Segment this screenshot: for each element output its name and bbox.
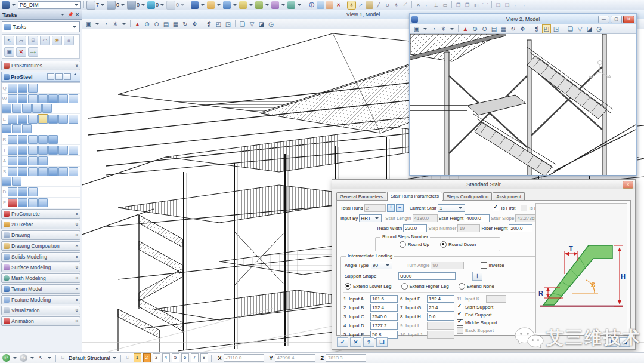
locks-icon[interactable]: ⌸ xyxy=(59,354,67,362)
view-attributes-icon[interactable]: ▣ xyxy=(85,20,92,28)
splice-tool-icon[interactable] xyxy=(48,135,58,144)
circle-icon[interactable]: ⊙ xyxy=(383,1,391,9)
gusset-tool-icon[interactable] xyxy=(38,135,48,144)
clip-mask-icon[interactable]: ◪ xyxy=(258,20,265,28)
dimension-task-icon[interactable]: ⌗ xyxy=(64,36,74,45)
rotate-icon[interactable]: ❏ xyxy=(494,1,502,9)
delete-element-icon[interactable]: ✕ xyxy=(335,1,342,9)
section-animation[interactable]: Animation» xyxy=(1,316,80,326)
notch-tool-icon[interactable] xyxy=(69,146,78,155)
start-support-checkbox[interactable] xyxy=(457,304,463,310)
zoom-in-icon[interactable]: ⊕ xyxy=(143,20,151,28)
support-shape-field[interactable] xyxy=(398,272,456,280)
line-style-combo[interactable]: 0 xyxy=(127,1,146,10)
miter-tool-icon[interactable] xyxy=(48,167,58,176)
input-f-field[interactable] xyxy=(427,295,454,303)
extend-lower-radio[interactable] xyxy=(345,283,351,290)
column-tool-icon[interactable] xyxy=(18,94,27,103)
walk-icon[interactable]: ❡ xyxy=(533,25,541,33)
copy-view-icon[interactable]: ❏ xyxy=(566,25,574,33)
fit-view-icon[interactable]: ▦ xyxy=(500,25,507,33)
chevron-down-icon[interactable] xyxy=(30,357,34,359)
cleat-tool-icon[interactable] xyxy=(18,135,27,144)
place-shape-task-icon[interactable]: ⌸ xyxy=(28,36,38,45)
tasks-combo[interactable]: Tasks xyxy=(2,21,80,32)
ibeam-tool-icon[interactable] xyxy=(22,104,32,113)
chevron-down-icon[interactable] xyxy=(122,23,126,25)
input-i-field[interactable] xyxy=(427,322,454,330)
remove-run-button[interactable]: − xyxy=(396,204,404,212)
group-tool-icon[interactable] xyxy=(8,156,17,165)
mesh-tool-icon[interactable] xyxy=(12,124,21,133)
divide-tool-icon[interactable] xyxy=(28,167,38,176)
stair-height-field[interactable] xyxy=(465,214,490,222)
adjust-view-icon[interactable]: ▲ xyxy=(134,20,141,28)
shear-stud-tool-icon[interactable] xyxy=(48,146,58,155)
back-history-icon[interactable]: ↩ xyxy=(2,354,10,362)
zoom-in-icon[interactable]: ⊕ xyxy=(471,25,479,33)
warning-button[interactable]: ! xyxy=(606,337,617,347)
merge-tool-icon[interactable] xyxy=(12,177,21,186)
cancel-button[interactable]: ✕ xyxy=(350,337,361,347)
shorten-tool-icon[interactable] xyxy=(18,167,27,176)
model-icon[interactable] xyxy=(2,1,10,9)
chevron-down-icon[interactable] xyxy=(48,357,51,359)
class-combo[interactable]: 0 xyxy=(166,1,185,10)
profile-tool-icon[interactable] xyxy=(28,84,38,93)
dropdown-arrow-icon[interactable] xyxy=(12,4,16,6)
section-prosteel[interactable]: ProSteel xyxy=(1,72,80,82)
info-icon[interactable]: ⓘ xyxy=(308,1,315,9)
cope-tool-icon[interactable] xyxy=(38,167,48,176)
section-drawing-composition[interactable]: Drawing Composition» xyxy=(1,241,80,251)
view-attributes-icon[interactable]: ▣ xyxy=(413,25,420,33)
section-2d-rebar[interactable]: 2D Rebar» xyxy=(1,220,80,229)
snap-mode-icon[interactable]: ↖ xyxy=(37,354,45,362)
input-g-field[interactable] xyxy=(427,304,454,312)
baseplate-tool-icon[interactable] xyxy=(28,135,38,144)
pin-icon[interactable]: 📌 xyxy=(67,12,73,17)
view-toggle-6[interactable]: 6 xyxy=(181,353,189,362)
color-combo[interactable]: 0 xyxy=(107,1,126,10)
add-run-button[interactable]: + xyxy=(387,204,395,212)
dstv-tool-icon[interactable] xyxy=(18,187,27,196)
section-feature-modeling[interactable]: Feature Modeling» xyxy=(1,295,80,304)
export-tool-icon[interactable] xyxy=(28,187,38,196)
chevron-down-icon[interactable] xyxy=(281,4,285,6)
pan-view-icon[interactable]: ✥ xyxy=(191,20,199,28)
ok-button[interactable]: ✓ xyxy=(337,337,348,347)
view-toggle-7[interactable]: 7 xyxy=(191,353,199,362)
close-icon[interactable]: x xyxy=(623,181,633,189)
modify-icon[interactable]: ⟋ xyxy=(401,1,409,9)
input-d-field[interactable] xyxy=(370,322,398,330)
chevron-down-icon[interactable] xyxy=(298,4,301,6)
handrail-tool-icon[interactable] xyxy=(58,115,68,124)
chevron-down-icon[interactable] xyxy=(95,23,99,25)
window-area-icon[interactable]: ▤ xyxy=(490,25,498,33)
settings-tool-icon[interactable] xyxy=(28,198,38,207)
scale-icon[interactable]: ❏ xyxy=(503,1,511,9)
chevron-down-icon[interactable] xyxy=(450,28,454,30)
total-runs-field[interactable] xyxy=(364,204,386,212)
view-list-icon[interactable] xyxy=(55,73,63,80)
view-next-icon[interactable]: ◳ xyxy=(224,20,232,28)
hole-tool-icon[interactable] xyxy=(58,146,68,155)
position-tool-icon[interactable] xyxy=(28,156,38,165)
numbering-tool-icon[interactable] xyxy=(38,156,48,165)
view-grid-icon[interactable] xyxy=(47,73,54,80)
tasks-panel-header[interactable]: Tasks 📌✕ xyxy=(0,10,82,20)
section-surface-modeling[interactable]: Surface Modeling» xyxy=(1,263,80,272)
angle-tool-icon[interactable] xyxy=(42,104,52,113)
tab-stair-runs-parameters[interactable]: Stair Runs Parameters xyxy=(387,192,442,201)
portal-tool-icon[interactable] xyxy=(12,104,21,113)
view-detail-icon[interactable] xyxy=(64,73,71,80)
arch-tool-icon[interactable] xyxy=(69,115,78,124)
stair-length-field[interactable] xyxy=(413,214,438,222)
modify-shape-tool-icon[interactable] xyxy=(8,167,17,176)
x-coordinate-field[interactable]: -3110.0 xyxy=(224,354,264,362)
bolt-tool-icon[interactable] xyxy=(28,146,38,155)
middle-support-checkbox[interactable] xyxy=(457,319,463,326)
input-c-field[interactable] xyxy=(370,313,398,321)
fence-icon[interactable]: ↗ xyxy=(357,1,364,9)
render-mode-icon[interactable]: ✳ xyxy=(439,25,447,33)
section-terrain-model[interactable]: Terrain Model» xyxy=(1,284,80,294)
